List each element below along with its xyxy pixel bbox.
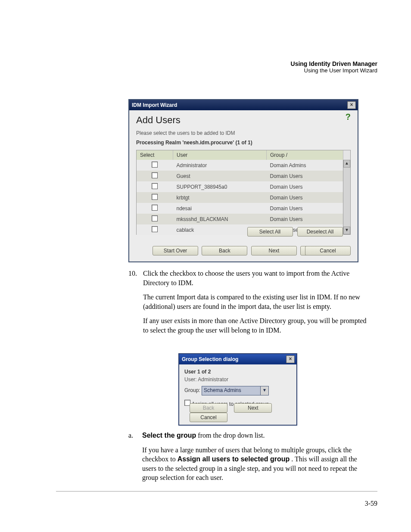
row-checkbox[interactable] [137,181,173,192]
cell-user: Guest [173,171,267,181]
dialog-heading: User 1 of 2 [184,369,291,375]
row-checkbox[interactable] [137,203,173,214]
row-checkbox[interactable] [137,192,173,203]
page-header: Using Identity Driven Manager Using the … [291,60,377,74]
processing-realm-text: Processing Realm 'neesh.idm.procurve' (1… [136,140,351,146]
cell-group: Domain Users [267,203,343,214]
step-10: 10. Click the checkbox to choose the use… [128,269,370,335]
help-icon[interactable]: ? [346,112,351,122]
table-row: ndesaiDomain Users [137,203,343,214]
cancel-button[interactable]: Cancel [305,246,351,255]
cell-user: krbtgt [173,192,267,203]
col-user[interactable]: User [173,150,267,160]
idm-import-wizard-window: IDM Import Wizard × ? Add Users Please s… [128,99,358,262]
table-row: GuestDomain Users [137,171,343,181]
cell-group: Domain Users [267,214,343,224]
close-icon[interactable]: × [347,101,356,109]
header-subtitle: Using the User Import Wizard [291,67,377,74]
cell-group: Domain Admins [267,160,343,171]
substep-a: a. Select the group from the drop down l… [128,431,370,482]
row-checkbox[interactable] [137,171,173,181]
close-icon[interactable]: × [286,355,295,363]
dialog-heading: Add Users [136,115,351,126]
header-title: Using Identity Driven Manager [291,60,377,67]
back-button: Back [190,403,227,413]
next-button[interactable]: Next [251,246,297,255]
row-checkbox[interactable] [137,214,173,224]
scrollbar[interactable]: ▲ ▼ [343,160,350,234]
back-button[interactable]: Back [202,246,247,255]
user-line: User: Administrator [184,376,291,383]
users-table: Select User Group / AdministratorDomain … [137,150,343,235]
group-select-value: Schema Admins [204,387,241,393]
footer-rule [56,491,377,492]
window-titlebar: IDM Import Wizard × [129,100,358,110]
col-select[interactable]: Select [137,150,173,160]
dialog-subtext: Please select the users to be added to I… [136,130,351,136]
page-number: 3-59 [365,500,377,507]
group-select[interactable]: Schema Admins ▼ [202,386,269,395]
scroll-down-icon[interactable]: ▼ [343,227,350,234]
scroll-up-icon[interactable]: ▲ [343,160,350,168]
users-table-container: ▲ ▼ Select User Group / AdministratorDom… [136,150,351,235]
substep-tail: from the drop down list. [198,432,265,439]
row-checkbox[interactable] [137,160,173,171]
window-titlebar: Group Selection dialog × [179,354,296,364]
window-title: Group Selection dialog [182,356,238,362]
step-text-b: checkbox to choose the users you want to… [143,270,349,286]
substep-para-bold: Assign all users to selected group [177,455,290,463]
cell-user: ndesai [173,203,267,214]
cell-group: Domain Users [267,181,343,192]
window-title: IDM Import Wizard [132,102,177,108]
table-row: mkssshd_BLACKMANDomain Users [137,214,343,224]
group-selection-dialog: Group Selection dialog × User 1 of 2 Use… [178,353,297,426]
step-para-2: The current Import data is compared to t… [143,292,367,311]
cell-user: Administrator [173,160,267,171]
cell-group: Domain Users [267,171,343,181]
col-group[interactable]: Group / [267,150,343,160]
table-row: SUPPORT_388945a0Domain Users [137,181,343,192]
cell-user: SUPPORT_388945a0 [173,181,267,192]
start-over-button[interactable]: Start Over [153,246,198,255]
cell-user: mkssshd_BLACKMAN [173,214,267,224]
table-row: krbtgtDomain Users [137,192,343,203]
cancel-button[interactable]: Cancel [190,413,227,422]
cell-group: Domain Users [267,192,343,203]
step-text-a: Click the [143,270,170,277]
deselect-all-button[interactable]: Deselect All [297,227,343,236]
substep-bold: Select the group [142,432,196,439]
substep-letter: a. [128,431,140,440]
next-button[interactable]: Next [234,403,272,413]
chevron-down-icon[interactable]: ▼ [260,386,268,395]
table-row: AdministratorDomain Admins [137,160,343,171]
row-checkbox[interactable] [137,224,173,235]
select-all-button[interactable]: Select All [247,227,293,236]
step-number: 10. [128,269,141,278]
group-label: Group: [184,387,200,393]
step-para-3: If any user exists in more than one Acti… [143,316,367,335]
